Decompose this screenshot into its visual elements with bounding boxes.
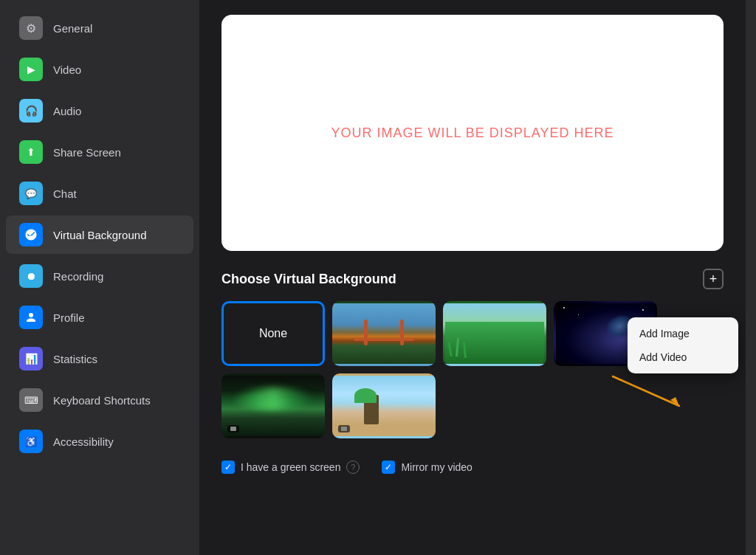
sidebar-label-statistics: Statistics xyxy=(53,353,97,365)
sidebar-item-video[interactable]: ▶ Video xyxy=(6,50,193,89)
sidebar-item-general[interactable]: ⚙ General xyxy=(6,9,193,47)
virtual-background-icon xyxy=(19,223,43,247)
recording-icon: ⏺ xyxy=(19,264,43,288)
aurora-video-indicator xyxy=(227,425,239,432)
sidebar-item-profile[interactable]: Profile xyxy=(6,298,193,337)
video-dot-beach xyxy=(341,427,347,431)
accessibility-icon: ♿ xyxy=(19,430,43,453)
green-screen-help-icon[interactable]: ? xyxy=(346,461,360,474)
video-icon: ▶ xyxy=(19,58,43,81)
video-dot-aurora xyxy=(230,427,236,431)
mirror-video-checkbox[interactable]: ✓ xyxy=(382,461,395,474)
sidebar-label-recording: Recording xyxy=(53,270,103,283)
sidebar-item-recording[interactable]: ⏺ Recording xyxy=(6,257,193,295)
keyboard-shortcuts-icon: ⌨ xyxy=(19,388,43,412)
sidebar-item-statistics[interactable]: 📊 Statistics xyxy=(6,339,193,378)
bg-item-golden-gate[interactable] xyxy=(332,301,436,366)
sidebar-label-video: Video xyxy=(53,63,81,76)
sidebar-label-keyboard-shortcuts: Keyboard Shortcuts xyxy=(53,394,151,407)
checkbox-row: ✓ I have a green screen ? ✓ Mirror my vi… xyxy=(221,461,724,474)
sidebar: ⚙ General ▶ Video 🎧 Audio ⬆ Share Screen… xyxy=(0,0,199,555)
mirror-video-label: Mirror my video xyxy=(401,461,472,473)
sidebar-label-share-screen: Share Screen xyxy=(53,146,121,159)
audio-icon: 🎧 xyxy=(19,99,43,123)
sidebar-item-chat[interactable]: 💬 Chat xyxy=(6,174,193,213)
statistics-icon: 📊 xyxy=(19,347,43,370)
main-content: YOUR IMAGE WILL BE DISPLAYED HERE Choose… xyxy=(199,0,746,555)
chat-icon: 💬 xyxy=(19,182,43,205)
bg-item-beach[interactable] xyxy=(332,373,436,438)
green-screen-label: I have a green screen xyxy=(241,461,340,473)
green-screen-checkbox[interactable]: ✓ xyxy=(221,461,235,474)
add-video-option[interactable]: Add Video xyxy=(628,345,738,369)
profile-icon xyxy=(19,306,43,329)
svg-point-0 xyxy=(30,231,33,235)
sidebar-label-profile: Profile xyxy=(53,311,85,324)
arrow-pointer xyxy=(605,369,694,413)
sidebar-label-virtual-background: Virtual Background xyxy=(53,229,146,241)
add-image-option[interactable]: Add Image xyxy=(628,322,738,345)
sidebar-label-general: General xyxy=(53,22,92,35)
share-screen-icon: ⬆ xyxy=(19,140,43,164)
bg-item-aurora[interactable] xyxy=(221,373,325,438)
section-title: Choose Virtual Background xyxy=(221,272,396,287)
dropdown-menu: Add Image Add Video xyxy=(628,317,738,373)
sidebar-item-accessibility[interactable]: ♿ Accessibility xyxy=(6,422,193,461)
bg-item-green-field[interactable] xyxy=(443,301,546,366)
sidebar-item-share-screen[interactable]: ⬆ Share Screen xyxy=(6,133,193,171)
bg-item-none[interactable]: None xyxy=(221,301,325,366)
sidebar-label-accessibility: Accessibility xyxy=(53,435,114,448)
general-icon: ⚙ xyxy=(19,16,43,40)
sidebar-item-keyboard-shortcuts[interactable]: ⌨ Keyboard Shortcuts xyxy=(6,381,193,419)
preview-area: YOUR IMAGE WILL BE DISPLAYED HERE xyxy=(221,15,724,251)
bg-none-label: None xyxy=(259,327,287,340)
sidebar-item-virtual-background[interactable]: Virtual Background xyxy=(6,216,193,254)
sidebar-label-audio: Audio xyxy=(53,105,81,117)
add-background-button[interactable]: + xyxy=(703,269,724,289)
sidebar-label-chat: Chat xyxy=(53,187,77,200)
svg-line-2 xyxy=(613,376,679,406)
beach-video-indicator xyxy=(338,425,350,432)
preview-text: YOUR IMAGE WILL BE DISPLAYED HERE xyxy=(331,125,614,141)
mirror-video-checkbox-item: ✓ Mirror my video xyxy=(382,461,472,474)
svg-point-1 xyxy=(29,313,33,317)
sidebar-item-audio[interactable]: 🎧 Audio xyxy=(6,92,193,130)
section-header: Choose Virtual Background + xyxy=(221,269,724,289)
right-panel xyxy=(746,0,756,555)
green-screen-checkbox-item: ✓ I have a green screen ? xyxy=(221,461,360,474)
